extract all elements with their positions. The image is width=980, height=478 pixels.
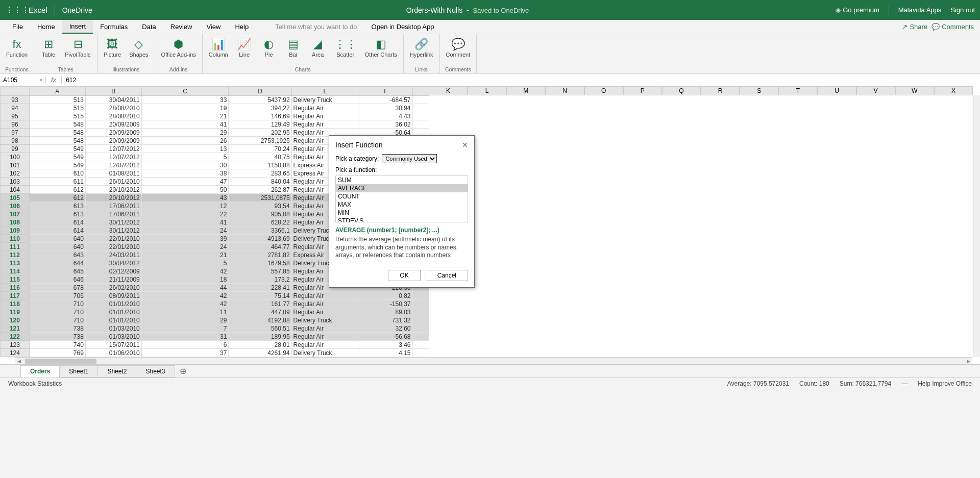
cell[interactable]: 5437,92 [229,96,291,104]
ribbon-shapes-button[interactable]: ◇Shapes [126,35,151,66]
cancel-button[interactable]: Cancel [426,270,468,281]
cell[interactable]: 4192,88 [229,316,291,324]
cell[interactable]: Regular Air [291,300,359,308]
column-header-F[interactable]: F [359,87,412,96]
cell[interactable]: Regular Air [291,308,359,316]
cell[interactable]: 7 [141,324,229,333]
cell[interactable]: 38 [141,169,229,178]
cell[interactable]: 12/07/2012 [85,145,141,153]
cell[interactable]: 26/01/2010 [85,178,141,186]
cell[interactable]: 548 [29,129,85,137]
comments-button[interactable]: 💬 Comments [932,23,974,31]
cell[interactable]: 11 [141,308,229,316]
cell[interactable]: 47 [141,178,229,186]
name-box[interactable]: A105 ▾ [0,77,46,84]
row-header-105[interactable]: 105 [1,194,30,202]
fx-icon[interactable]: fx [46,76,62,84]
cell[interactable]: 549 [29,161,85,169]
function-item-min[interactable]: MIN [336,209,468,217]
function-item-sum[interactable]: SUM [336,176,468,184]
cell[interactable]: 612 [29,194,85,202]
cell[interactable]: 29 [141,129,229,137]
cell[interactable]: 28/08/2010 [85,104,141,112]
cell[interactable]: 549 [29,145,85,153]
cell[interactable]: 548 [29,120,85,129]
column-header-O[interactable]: O [584,86,623,95]
row-header-111[interactable]: 111 [1,243,30,251]
cell[interactable]: 20/09/2009 [85,137,141,145]
row-header-96[interactable]: 96 [1,120,30,129]
cell[interactable]: 01/03/2010 [85,333,141,341]
go-premium-button[interactable]: ◈ Go premium [836,6,879,14]
row-header-113[interactable]: 113 [1,259,30,267]
row-header-121[interactable]: 121 [1,324,30,333]
cell[interactable]: 515 [29,104,85,112]
cell[interactable]: 01/01/2010 [85,300,141,308]
cell[interactable]: -684,57 [359,96,412,104]
file-location[interactable]: OneDrive [55,6,100,14]
column-header-B[interactable]: B [85,87,141,96]
ribbon-line-button[interactable]: 📈Line [233,35,256,66]
cell[interactable]: 129,49 [229,120,291,129]
row-header-116[interactable]: 116 [1,284,30,292]
cell[interactable]: 20/10/2012 [85,186,141,194]
cell[interactable]: Regular Air [291,292,359,300]
ribbon-scatter-button[interactable]: ⋮⋮Scatter [331,35,360,66]
cell[interactable]: 20/09/2009 [85,129,141,137]
cell[interactable]: 42 [141,300,229,308]
cell[interactable]: 75,14 [229,292,291,300]
row-header-120[interactable]: 120 [1,316,30,324]
cell[interactable]: 42 [141,267,229,275]
column-header-C[interactable]: C [141,87,229,96]
cell[interactable]: 5 [141,153,229,161]
cell[interactable]: 610 [29,169,85,178]
user-name[interactable]: Malavida Apps [898,6,942,14]
cell[interactable]: 464,77 [229,243,291,251]
menu-data[interactable]: Data [135,20,163,33]
ribbon-column-button[interactable]: 📊Column [206,35,231,66]
cell[interactable]: 645 [29,267,85,275]
cell[interactable]: 5 [141,259,229,267]
column-header-L[interactable]: L [468,86,506,95]
menu-home[interactable]: Home [30,20,62,33]
row-header-124[interactable]: 124 [1,349,30,357]
cell[interactable]: 628,22 [229,218,291,227]
cell[interactable]: Regular Air [291,333,359,341]
column-header-X[interactable]: X [934,86,973,95]
cell[interactable]: 394,27 [229,104,291,112]
cell[interactable]: 4261,94 [229,349,291,357]
column-header-D[interactable]: D [229,87,291,96]
cell[interactable]: 24 [141,243,229,251]
cell[interactable]: 560,51 [229,324,291,333]
cell[interactable]: 37 [141,349,229,357]
cell[interactable]: 557,85 [229,267,291,275]
cell[interactable]: 731,32 [359,316,412,324]
row-header-110[interactable]: 110 [1,235,30,243]
cell[interactable]: 28/08/2010 [85,112,141,120]
cell[interactable]: 01/01/2010 [85,308,141,316]
cell[interactable]: 3,46 [359,341,412,349]
cell[interactable]: Regular Air [291,104,359,112]
cell[interactable]: 01/03/2010 [85,324,141,333]
cell[interactable]: 36,02 [359,120,412,129]
row-header-106[interactable]: 106 [1,202,30,210]
cell[interactable]: -150,37 [359,300,412,308]
cell[interactable]: 30 [141,161,229,169]
cell[interactable]: 640 [29,243,85,251]
cell[interactable]: 644 [29,259,85,267]
sign-out-button[interactable]: Sign out [950,6,975,14]
cell[interactable]: 678 [29,284,85,292]
cell[interactable]: 513 [29,96,85,104]
cell[interactable]: Regular Air [291,324,359,333]
cell[interactable]: 21 [141,251,229,259]
cell[interactable]: Delivery Truck [291,316,359,324]
cell[interactable]: 17/06/2011 [85,210,141,218]
cell[interactable]: 612 [29,186,85,194]
cell[interactable]: 28,01 [229,341,291,349]
function-list[interactable]: SUMAVERAGECOUNTMAXMINSTDEV.SIF [335,175,468,222]
cell[interactable]: 26 [141,137,229,145]
cell[interactable]: 20/09/2009 [85,120,141,129]
menu-file[interactable]: File [5,20,30,33]
row-header-94[interactable]: 94 [1,104,30,112]
cell[interactable]: 21/11/2009 [85,275,141,284]
